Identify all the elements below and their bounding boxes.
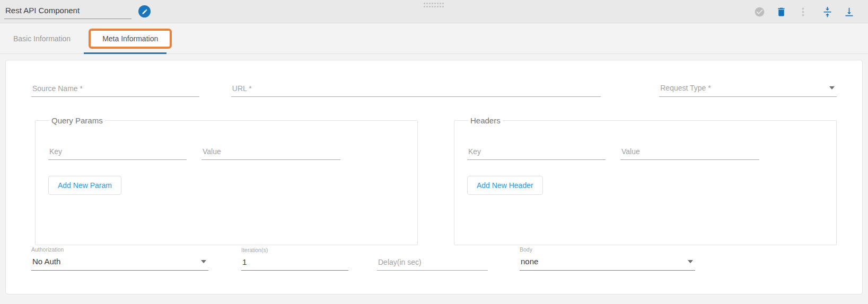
- chevron-down-icon: [201, 260, 206, 263]
- more-options-button[interactable]: [797, 5, 809, 18]
- tab-bar: Basic Information Meta Information: [0, 23, 868, 54]
- body-select[interactable]: none: [520, 256, 695, 271]
- query-param-key-input[interactable]: [48, 146, 187, 160]
- add-new-header-button[interactable]: Add New Header: [467, 176, 543, 195]
- tab-highlight-box: Meta Information: [89, 29, 172, 49]
- trash-icon: [776, 6, 787, 17]
- vertical-dots-icon: [797, 6, 809, 17]
- tab-basic-information[interactable]: Basic Information: [13, 34, 71, 43]
- check-circle-icon: [754, 6, 765, 17]
- request-type-select[interactable]: Request Type *: [659, 83, 837, 97]
- param-groups-row: Query Params Add New Param Headers: [31, 116, 837, 245]
- drag-handle-icon[interactable]: [424, 3, 445, 7]
- add-new-param-button[interactable]: Add New Param: [48, 176, 121, 195]
- url-input[interactable]: [231, 83, 601, 97]
- component-name-input[interactable]: [4, 4, 131, 19]
- headers-legend: Headers: [468, 116, 503, 125]
- download-button[interactable]: [843, 5, 855, 18]
- options-row: Authorization No Auth Iteration(s) Body …: [31, 246, 837, 271]
- component-header: [0, 0, 868, 23]
- edit-name-button[interactable]: [138, 5, 151, 17]
- pencil-icon: [142, 8, 148, 15]
- chevron-down-icon: [829, 86, 835, 90]
- primary-fields-row: Request Type *: [31, 83, 837, 97]
- source-name-input[interactable]: [31, 83, 199, 97]
- rest-api-component-panel: Basic Information Meta Information Reque…: [0, 0, 868, 304]
- header-value-input[interactable]: [620, 146, 759, 160]
- delay-input[interactable]: [377, 257, 488, 271]
- tab-meta-information[interactable]: Meta Information: [102, 34, 158, 43]
- chevron-down-icon: [688, 260, 693, 263]
- vertical-align-bottom-icon: [844, 6, 855, 17]
- authorization-select[interactable]: No Auth: [31, 256, 208, 271]
- query-params-group: Query Params Add New Param: [35, 116, 418, 245]
- authorization-value: No Auth: [32, 257, 60, 266]
- delete-button[interactable]: [775, 5, 787, 18]
- validate-button[interactable]: [753, 5, 765, 18]
- query-param-row: [48, 146, 407, 160]
- query-params-legend: Query Params: [49, 116, 105, 125]
- request-type-placeholder: Request Type *: [660, 84, 711, 92]
- authorization-label: Authorization: [31, 246, 208, 253]
- component-title-wrap: [4, 4, 151, 19]
- collapse-button[interactable]: [821, 5, 833, 18]
- iterations-label: Iteration(s): [241, 247, 348, 253]
- meta-information-form: Request Type * Query Params Add New Para…: [5, 60, 863, 294]
- vertical-align-center-icon: [822, 6, 833, 17]
- iterations-input[interactable]: [241, 256, 348, 271]
- header-key-input[interactable]: [467, 146, 606, 160]
- body-value: none: [521, 257, 538, 266]
- headers-group: Headers Add New Header: [454, 116, 837, 245]
- query-param-value-input[interactable]: [201, 146, 340, 160]
- toolbar-actions: [753, 0, 855, 23]
- body-label: Body: [520, 246, 695, 253]
- active-tab-indicator: [84, 52, 166, 54]
- header-row: [467, 146, 826, 160]
